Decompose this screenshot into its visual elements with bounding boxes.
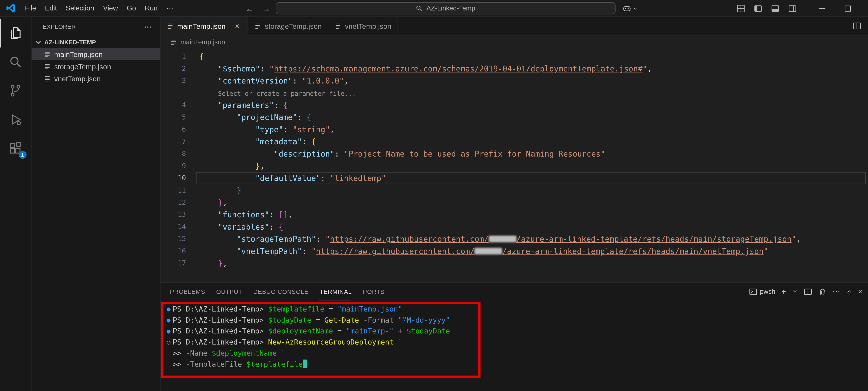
command-decoration	[164, 329, 173, 333]
menu-view[interactable]: View	[99, 2, 122, 14]
restore-button[interactable]	[835, 0, 860, 17]
back-button[interactable]: ←	[243, 2, 257, 15]
toggle-sidebar-button[interactable]	[751, 2, 765, 15]
terminal-line[interactable]: PS D:\AZ-Linked-Temp> New-AzResourceGrou…	[164, 337, 868, 348]
new-terminal-button[interactable]: +	[781, 288, 786, 295]
file-name: mainTemp.json	[54, 50, 102, 58]
customize-layout-button[interactable]	[734, 2, 748, 15]
editor-tab[interactable]: mainTemp.json×	[160, 17, 248, 36]
menu-edit[interactable]: Edit	[40, 2, 61, 14]
code-line[interactable]: 16 "vnetTempPath": "https://raw.githubus…	[160, 245, 868, 257]
code-line[interactable]: 11 }	[160, 184, 868, 196]
activity-search-button[interactable]	[0, 47, 31, 76]
code-line[interactable]: Select or create a parameter file...	[160, 87, 868, 99]
code-text: "storageTempPath": "https://raw.githubus…	[199, 233, 801, 245]
code-text: "type": "string",	[199, 123, 335, 135]
file-item[interactable]: storageTemp.json	[32, 60, 160, 72]
code-line[interactable]: 15 "storageTempPath": "https://raw.githu…	[160, 233, 868, 245]
terminal-line[interactable]: PS D:\AZ-Linked-Temp> $deploymentName = …	[164, 326, 868, 337]
tab-close-icon[interactable]: ×	[233, 22, 242, 30]
terminal-line[interactable]: PS D:\AZ-Linked-Temp> $templatefile = "m…	[164, 304, 868, 315]
code-line[interactable]: 3 "contentVersion": "1.0.0.0",	[160, 75, 868, 87]
command-running-dot-icon	[166, 340, 170, 344]
code-line[interactable]: 4 "parameters": {	[160, 99, 868, 111]
close-panel-icon[interactable]: ×	[858, 288, 863, 295]
redacted-block	[489, 236, 516, 242]
folder-section-label: AZ-LINKED-TEMP	[44, 39, 96, 45]
code-line[interactable]: 9 },	[160, 160, 868, 172]
activity-run-debug-button[interactable]	[0, 105, 31, 134]
terminal-line[interactable]: PS D:\AZ-Linked-Temp> $todayDate = Get-D…	[164, 315, 868, 326]
terminal-text: PS D:\AZ-Linked-Temp> $todayDate = Get-D…	[173, 315, 450, 326]
menu-selection[interactable]: Selection	[61, 2, 98, 14]
code-text: },	[199, 160, 265, 172]
code-line[interactable]: 7 "metadata": {	[160, 135, 868, 148]
code-line[interactable]: 1{	[160, 50, 868, 62]
file-item[interactable]: vnetTemp.json	[32, 72, 160, 85]
copilot-menu[interactable]	[622, 0, 638, 17]
chevron-down-icon	[633, 6, 638, 11]
code-line[interactable]: 10 "defaultValue": "linkedtemp"	[160, 172, 868, 184]
code-line[interactable]: 2 "$schema": "https://schema.management.…	[160, 63, 868, 75]
code-line[interactable]: 8 "description": "Project Name to be use…	[160, 148, 868, 160]
panel-tab-terminal[interactable]: TERMINAL	[320, 283, 352, 300]
terminal[interactable]: PS D:\AZ-Linked-Temp> $templatefile = "m…	[160, 300, 868, 391]
panel-bottom-icon	[771, 4, 779, 12]
forward-button[interactable]: →	[259, 2, 273, 15]
menu-go[interactable]: Go	[122, 2, 141, 14]
kill-terminal-trash-icon[interactable]	[818, 287, 826, 296]
code-line[interactable]: 6 "type": "string",	[160, 123, 868, 135]
toggle-secondary-sidebar-button[interactable]	[785, 2, 799, 15]
line-number: 16	[160, 245, 186, 257]
panel-tab-debug-console[interactable]: DEBUG CONSOLE	[253, 283, 309, 300]
terminal-profile[interactable]: pwsh	[749, 287, 775, 296]
terminal-line[interactable]: >> -Name $deploymentName `	[164, 348, 868, 359]
menu-more[interactable]: ···	[162, 2, 178, 14]
split-editor-button[interactable]	[852, 22, 861, 30]
line-number: 6	[160, 123, 186, 135]
explorer-title: EXPLORER	[43, 23, 76, 30]
editor-tab[interactable]: vnetTemp.json	[328, 17, 398, 35]
code-line[interactable]: 17 },	[160, 257, 868, 269]
panel-more-actions-icon[interactable]: ⋯	[833, 288, 840, 295]
panel-tab-problems[interactable]: PROBLEMS	[170, 283, 205, 300]
panel-tab-output[interactable]: OUTPUT	[216, 283, 242, 300]
editor-tab-bar: mainTemp.json×storageTemp.jsonvnetTemp.j…	[160, 17, 868, 36]
minimize-button[interactable]	[809, 0, 835, 17]
code-line[interactable]: 13 "functions": [],	[160, 208, 868, 221]
terminal-text: >> -TemplateFile $templatefile	[173, 359, 307, 370]
code-line[interactable]: 5 "projectName": {	[160, 111, 868, 123]
terminal-dropdown-chevron-icon[interactable]	[792, 289, 798, 294]
breadcrumb[interactable]: mainTemp.json	[160, 36, 868, 48]
toggle-panel-button[interactable]	[768, 2, 782, 15]
split-terminal-icon[interactable]	[804, 287, 812, 296]
editor-tab[interactable]: storageTemp.json	[248, 17, 329, 35]
activity-extensions-button[interactable]: 1	[0, 134, 31, 163]
command-center[interactable]: AZ-Linked-Temp	[276, 2, 616, 14]
menu-file[interactable]: File	[21, 2, 40, 14]
maximize-panel-chevron-up-icon[interactable]	[846, 289, 852, 294]
terminal-text: PS D:\AZ-Linked-Temp> New-AzResourceGrou…	[173, 337, 402, 348]
code-lines: 1{2 "$schema": "https://schema.managemen…	[160, 50, 868, 269]
code-editor[interactable]: 1{2 "$schema": "https://schema.managemen…	[160, 48, 868, 282]
folder-section-header[interactable]: AZ-LINKED-TEMP	[32, 36, 160, 48]
code-line[interactable]: 14 "variables": {	[160, 221, 868, 233]
window-controls	[809, 0, 860, 17]
file-item[interactable]: mainTemp.json	[32, 48, 160, 60]
line-number: 17	[160, 257, 186, 269]
terminal-cursor	[303, 360, 307, 368]
panel-tab-ports[interactable]: PORTS	[363, 283, 385, 300]
layout-controls	[734, 0, 799, 17]
explorer-more-actions-icon[interactable]: ⋯	[144, 22, 152, 31]
editor-area: mainTemp.json×storageTemp.jsonvnetTemp.j…	[160, 17, 868, 391]
vscode-window: FileEditSelectionViewGoRun··· ← → AZ-Lin…	[0, 0, 868, 391]
terminal-line[interactable]: >> -TemplateFile $templatefile	[164, 359, 868, 370]
activity-source-control-button[interactable]	[0, 76, 31, 105]
code-text: },	[199, 196, 227, 208]
code-line[interactable]: 12 },	[160, 196, 868, 208]
terminal-text: >> -Name $deploymentName `	[173, 348, 285, 359]
command-decoration	[164, 340, 173, 344]
menu-run[interactable]: Run	[141, 2, 162, 14]
command-decoration	[164, 318, 173, 322]
activity-explorer-button[interactable]	[0, 19, 31, 47]
